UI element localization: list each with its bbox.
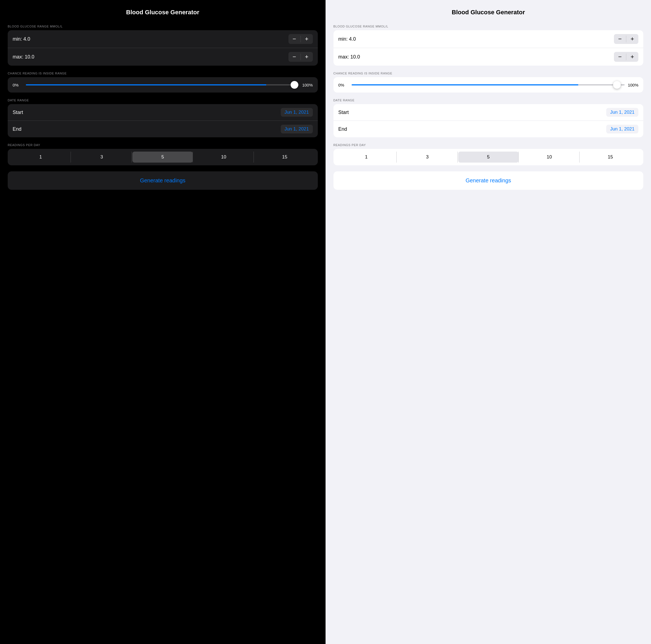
light-max-increment[interactable]: +: [626, 52, 639, 62]
light-segment-1[interactable]: 1: [336, 152, 397, 163]
dark-segment-15[interactable]: 15: [254, 152, 315, 163]
dark-end-label: End: [12, 126, 22, 132]
dark-glucose-section: BLOOD GLUCOSE RANGE MMOL/L min: 4.0 − + …: [8, 25, 318, 66]
light-segment-5[interactable]: 5: [458, 152, 519, 163]
light-readings-label: READINGS PER DAY: [334, 143, 644, 147]
dark-max-label: max: 10.0: [12, 54, 34, 60]
dark-date-card: Start Jun 1, 2021 End Jun 1, 2021: [8, 104, 318, 137]
dark-slider-track: [26, 84, 299, 86]
light-start-row: Start Jun 1, 2021: [334, 104, 644, 121]
light-max-decrement[interactable]: −: [614, 52, 626, 62]
dark-min-stepper: − +: [288, 34, 313, 44]
light-readings-section: READINGS PER DAY 1 3 5 10 15: [334, 143, 644, 165]
light-date-section: DATE RANGE Start Jun 1, 2021 End Jun 1, …: [334, 99, 644, 137]
dark-slider-row: 0% 100%: [12, 82, 313, 88]
light-glucose-card: min: 4.0 − + max: 10.0 − +: [334, 30, 644, 66]
dark-segment-row: 1 3 5 10 15: [10, 152, 315, 163]
light-segment-row: 1 3 5 10 15: [336, 152, 641, 163]
dark-slider-max: 100%: [302, 83, 313, 87]
dark-panel: Blood Glucose Generator BLOOD GLUCOSE RA…: [0, 0, 326, 644]
dark-min-increment[interactable]: +: [301, 34, 313, 44]
light-slider-track: [351, 84, 625, 86]
dark-slider-min: 0%: [12, 83, 23, 87]
light-slider-max: 100%: [628, 83, 639, 87]
light-date-label: DATE RANGE: [334, 99, 644, 102]
dark-readings-label: READINGS PER DAY: [8, 143, 318, 147]
light-slider-card: 0% 100%: [334, 77, 644, 93]
light-segment-15[interactable]: 15: [580, 152, 641, 163]
dark-readings-section: READINGS PER DAY 1 3 5 10 15: [8, 143, 318, 165]
dark-max-stepper: − +: [288, 52, 313, 62]
light-end-row: End Jun 1, 2021: [334, 121, 644, 137]
light-glucose-section: BLOOD GLUCOSE RANGE MMOL/L min: 4.0 − + …: [334, 25, 644, 66]
dark-slider-card: 0% 100%: [8, 77, 318, 93]
dark-min-row: min: 4.0 − +: [8, 30, 318, 48]
light-title: Blood Glucose Generator: [334, 9, 644, 19]
dark-start-date[interactable]: Jun 1, 2021: [281, 108, 313, 117]
dark-slider-track-container[interactable]: [26, 82, 299, 88]
dark-slider-thumb[interactable]: [290, 81, 298, 89]
light-end-date[interactable]: Jun 1, 2021: [606, 125, 639, 133]
light-segment-3[interactable]: 3: [397, 152, 458, 163]
dark-segment-card: 1 3 5 10 15: [8, 149, 318, 165]
light-generate-button[interactable]: Generate readings: [334, 171, 644, 190]
light-min-increment[interactable]: +: [626, 34, 639, 44]
light-max-stepper: − +: [614, 52, 639, 62]
dark-chance-label: CHANCE READING IS INSIDE RANGE: [8, 72, 318, 75]
light-chance-section: CHANCE READING IS INSIDE RANGE 0% 100%: [334, 72, 644, 93]
dark-glucose-label: BLOOD GLUCOSE RANGE MMOL/L: [8, 25, 318, 28]
light-start-date[interactable]: Jun 1, 2021: [606, 108, 639, 117]
light-date-card: Start Jun 1, 2021 End Jun 1, 2021: [334, 104, 644, 137]
light-segment-card: 1 3 5 10 15: [334, 149, 644, 165]
dark-segment-1[interactable]: 1: [10, 152, 71, 163]
light-panel: Blood Glucose Generator BLOOD GLUCOSE RA…: [326, 0, 651, 644]
light-segment-10[interactable]: 10: [519, 152, 580, 163]
light-slider-row: 0% 100%: [338, 82, 639, 88]
light-min-label: min: 4.0: [338, 36, 356, 42]
light-glucose-label: BLOOD GLUCOSE RANGE MMOL/L: [334, 25, 644, 28]
light-chance-label: CHANCE READING IS INSIDE RANGE: [334, 72, 644, 75]
light-max-row: max: 10.0 − +: [334, 48, 644, 66]
dark-chance-section: CHANCE READING IS INSIDE RANGE 0% 100%: [8, 72, 318, 93]
light-start-label: Start: [338, 109, 349, 115]
dark-title: Blood Glucose Generator: [8, 9, 318, 19]
dark-min-label: min: 4.0: [12, 36, 30, 42]
dark-generate-button[interactable]: Generate readings: [8, 171, 318, 190]
dark-date-section: DATE RANGE Start Jun 1, 2021 End Jun 1, …: [8, 99, 318, 137]
dark-end-date[interactable]: Jun 1, 2021: [281, 125, 313, 133]
dark-max-row: max: 10.0 − +: [8, 48, 318, 66]
dark-end-row: End Jun 1, 2021: [8, 121, 318, 137]
dark-segment-5[interactable]: 5: [132, 152, 193, 163]
dark-min-decrement[interactable]: −: [288, 34, 301, 44]
light-slider-min: 0%: [338, 83, 348, 87]
light-end-label: End: [338, 126, 347, 132]
dark-glucose-card: min: 4.0 − + max: 10.0 − +: [8, 30, 318, 66]
dark-segment-3[interactable]: 3: [71, 152, 132, 163]
dark-max-increment[interactable]: +: [301, 52, 313, 62]
light-min-stepper: − +: [614, 34, 639, 44]
dark-start-label: Start: [12, 109, 23, 115]
light-min-row: min: 4.0 − +: [334, 30, 644, 48]
dark-segment-10[interactable]: 10: [193, 152, 254, 163]
light-slider-thumb[interactable]: [613, 81, 621, 89]
dark-start-row: Start Jun 1, 2021: [8, 104, 318, 121]
dark-max-decrement[interactable]: −: [288, 52, 301, 62]
light-min-decrement[interactable]: −: [614, 34, 626, 44]
light-max-label: max: 10.0: [338, 54, 360, 60]
dark-date-label: DATE RANGE: [8, 99, 318, 102]
light-slider-track-container[interactable]: [351, 82, 625, 88]
